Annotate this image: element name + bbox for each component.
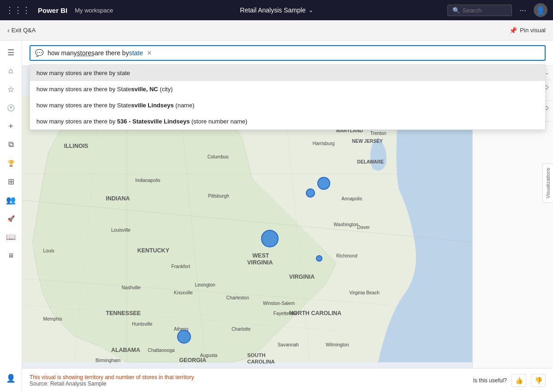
thumbs-down-button[interactable]: 👎 xyxy=(531,374,546,387)
visualizations-tab[interactable]: Visualizations xyxy=(542,164,553,203)
pin-label: Pin visual xyxy=(520,27,546,34)
search-icon: 🔍 xyxy=(452,7,460,14)
qa-input-display: how many stores are there by state xyxy=(48,49,143,57)
useful-section: Is this useful? 👍 👎 xyxy=(473,374,546,387)
svg-text:Savannah: Savannah xyxy=(278,342,299,347)
svg-text:Winston-Salem: Winston-Salem xyxy=(263,301,295,306)
report-chevron-icon[interactable]: ⌄ xyxy=(309,7,313,13)
svg-text:Columbus: Columbus xyxy=(208,154,229,159)
exit-qa-label: Exit Q&A xyxy=(12,27,36,34)
autocomplete-item-4[interactable]: how many stores are there by 536 - State… xyxy=(30,113,545,129)
autocomplete-item-3[interactable]: how many stores are there by Statesville… xyxy=(30,97,545,113)
top-right-controls: 🔍 ··· 👤 xyxy=(447,3,547,17)
svg-text:KENTUCKY: KENTUCKY xyxy=(137,247,170,254)
qa-text-part2: are there by xyxy=(95,49,129,57)
svg-text:Washington: Washington xyxy=(333,222,358,227)
sidebar-item-home[interactable]: ⌂ xyxy=(3,63,19,79)
chevron-left-icon: ‹ xyxy=(7,27,10,34)
qa-text-part1: how many xyxy=(48,49,77,57)
svg-text:Charlotte: Charlotte xyxy=(232,327,251,332)
bottom-bar: This visual is showing territory and num… xyxy=(22,368,553,392)
bottom-info: This visual is showing territory and num… xyxy=(30,374,194,387)
left-sidebar: ☰ ⌂ ☆ 🕐 + ⧉ 🏆 ⊞ 👥 🚀 📖 🖥 👤 xyxy=(0,41,22,392)
svg-text:Frankfort: Frankfort xyxy=(171,264,190,269)
svg-text:Pittsburgh: Pittsburgh xyxy=(208,193,229,199)
sidebar-item-people[interactable]: 👥 xyxy=(3,192,19,208)
sidebar-item-learn2[interactable]: 📖 xyxy=(3,228,19,245)
svg-text:Augusta: Augusta xyxy=(200,353,218,358)
top-nav: ⋮⋮⋮ Power BI My workspace Retail Analysi… xyxy=(0,0,553,20)
svg-text:WEST: WEST xyxy=(252,252,269,259)
svg-text:ALABAMA: ALABAMA xyxy=(111,347,140,353)
svg-text:Louis: Louis xyxy=(43,248,54,253)
svg-text:Nashville: Nashville xyxy=(122,285,141,290)
sidebar-item-workspaces[interactable]: 🖥 xyxy=(3,247,19,263)
svg-text:VIRGINIA: VIRGINIA xyxy=(289,274,315,280)
sidebar-item-favorites[interactable]: ☆ xyxy=(3,81,19,98)
autocomplete-item-1[interactable]: how many stores are there by state xyxy=(30,65,545,81)
svg-text:Louisville: Louisville xyxy=(111,228,131,233)
avatar[interactable]: 👤 xyxy=(534,3,547,17)
apps-icon[interactable]: ⋮⋮⋮ xyxy=(6,5,30,15)
map-dot-4 xyxy=(261,230,279,247)
map-dot-2 xyxy=(317,177,330,190)
svg-text:Lexington: Lexington xyxy=(195,282,216,287)
svg-text:INDIANA: INDIANA xyxy=(106,195,130,202)
exit-qa-button[interactable]: ‹ Exit Q&A xyxy=(7,27,36,34)
sidebar-item-learn[interactable]: 🏆 xyxy=(3,155,19,171)
svg-text:CAROLINA: CAROLINA xyxy=(247,359,275,364)
svg-text:Fayetteville: Fayetteville xyxy=(274,311,297,316)
svg-text:VIRGINIA: VIRGINIA xyxy=(247,259,273,266)
workspace-label[interactable]: My workspace xyxy=(75,7,113,14)
bottom-info-source: Source: Retail Analysis Sample xyxy=(30,380,194,387)
qa-area: 💬 how many stores are there by state ✕ h… xyxy=(22,41,553,66)
global-search-input[interactable] xyxy=(463,7,507,14)
svg-text:Wilmington: Wilmington xyxy=(326,342,349,347)
sidebar-item-apps[interactable]: ⧉ xyxy=(3,136,19,153)
pin-icon: 📌 xyxy=(509,27,517,34)
bottom-info-line1: This visual is showing territory and num… xyxy=(30,374,194,380)
svg-text:GEORGIA: GEORGIA xyxy=(179,357,206,363)
qa-clear-icon[interactable]: ✕ xyxy=(147,49,152,57)
sidebar-item-recent[interactable]: 🕐 xyxy=(3,99,19,116)
svg-text:Virginia Beach: Virginia Beach xyxy=(349,290,380,295)
sidebar-item-dashboards[interactable]: ⊞ xyxy=(3,173,19,190)
svg-text:Indianapolis: Indianapolis xyxy=(135,178,160,183)
svg-text:DELAWARE: DELAWARE xyxy=(357,159,384,164)
svg-text:Harrisburg: Harrisburg xyxy=(313,141,335,146)
qa-text-state: state xyxy=(129,49,143,57)
sidebar-item-account[interactable]: 👤 xyxy=(3,370,19,386)
global-search-box[interactable]: 🔍 xyxy=(447,5,512,16)
svg-text:Charleston: Charleston xyxy=(226,295,250,300)
svg-text:ILLINOIS: ILLINOIS xyxy=(64,143,89,149)
brand-name: Power BI xyxy=(38,6,67,14)
svg-text:Huntsville: Huntsville xyxy=(132,322,153,327)
map-dot-6 xyxy=(316,255,322,262)
autocomplete-dropdown: how many stores are there by state how m… xyxy=(30,64,546,130)
autocomplete-item-2[interactable]: how many stores are there by Statesville… xyxy=(30,81,545,97)
sub-nav: ‹ Exit Q&A 📌 Pin visual xyxy=(0,20,553,41)
map-dot-3 xyxy=(306,188,315,198)
svg-text:Memphis: Memphis xyxy=(43,316,62,322)
more-options-icon[interactable]: ··· xyxy=(517,4,529,17)
svg-text:Richmond: Richmond xyxy=(336,253,357,258)
main-content: 💬 how many stores are there by state ✕ h… xyxy=(22,41,553,392)
sidebar-item-deploy[interactable]: 🚀 xyxy=(3,210,19,227)
sidebar-item-hamburger[interactable]: ☰ xyxy=(3,44,19,61)
pin-visual-button[interactable]: 📌 Pin visual xyxy=(509,27,546,34)
svg-text:Birmingham: Birmingham xyxy=(95,358,120,363)
thumbs-up-button[interactable]: 👍 xyxy=(511,374,526,387)
report-title-text: Retail Analysis Sample xyxy=(240,6,305,14)
report-title: Retail Analysis Sample ⌄ xyxy=(240,6,313,14)
svg-text:NEW JERSEY: NEW JERSEY xyxy=(352,139,383,144)
sidebar-item-create[interactable]: + xyxy=(3,118,19,135)
svg-text:TENNESSEE: TENNESSEE xyxy=(106,310,141,316)
svg-text:Trenton: Trenton xyxy=(370,131,387,136)
useful-label: Is this useful? xyxy=(473,377,507,384)
svg-text:Annapolis: Annapolis xyxy=(341,196,362,201)
svg-text:Knoxville: Knoxville xyxy=(174,290,193,295)
qa-text-stores: stores xyxy=(77,49,95,57)
svg-text:SOUTH: SOUTH xyxy=(247,352,266,358)
qa-message-icon: 💬 xyxy=(35,49,44,57)
qa-input-wrap[interactable]: 💬 how many stores are there by state ✕ xyxy=(30,45,546,61)
